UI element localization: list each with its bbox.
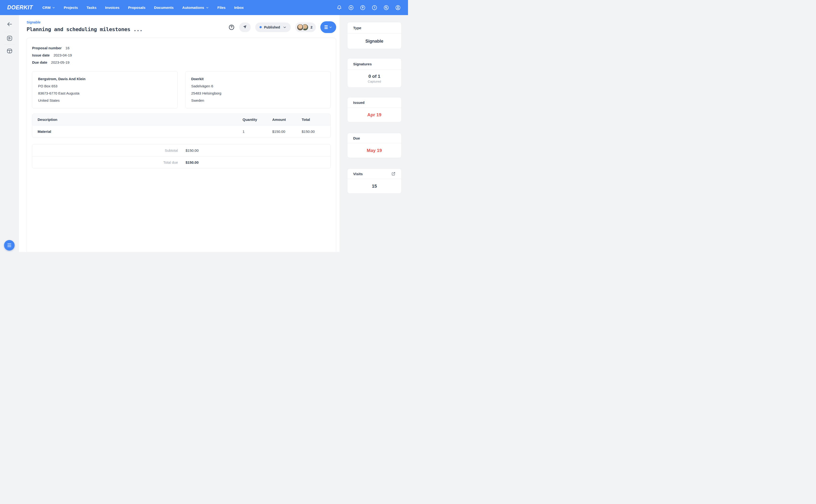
table-header-row: Description Quantity Amount Total xyxy=(32,114,330,125)
subtotal-row: Subtotal $150.00 xyxy=(32,144,330,156)
issued-card-title: Issued xyxy=(353,101,365,105)
due-card: Due May 19 xyxy=(347,133,401,158)
nav-item-crm[interactable]: CRM xyxy=(42,6,55,10)
signatures-value: 0 of 1 xyxy=(368,74,380,79)
meta-due-date: Due date 2023-05-19 xyxy=(32,59,331,66)
breadcrumb-signable-link[interactable]: Signable xyxy=(27,20,142,24)
signatures-sub-label: Captured xyxy=(368,80,381,83)
action-bar: Published 2 xyxy=(228,21,336,33)
signatures-card: Signatures 0 of 1 Captured xyxy=(347,58,401,88)
layout-icon[interactable] xyxy=(6,48,13,54)
top-navbar: DOERKIT CRM Projects Tasks Invoices Prop… xyxy=(0,0,408,15)
issued-card: Issued Apr 19 xyxy=(347,97,401,122)
page-title: Planning and scheduling milestones ... xyxy=(27,26,142,32)
sender-address-card: Doerkit Sadelvägen 6 25483 Helsingborg S… xyxy=(185,71,331,108)
back-arrow-icon[interactable] xyxy=(6,21,13,27)
issued-date: Apr 19 xyxy=(367,112,381,118)
main-content: Signable Planning and scheduling milesto… xyxy=(19,15,339,252)
total-due-row: Total due $150.00 xyxy=(32,156,330,168)
address-line: 25483 Helsingborg xyxy=(191,90,325,97)
hamburger-icon xyxy=(324,25,328,29)
cell-quantity: 1 xyxy=(242,129,272,134)
subtotal-label: Subtotal xyxy=(32,148,178,152)
due-date: May 19 xyxy=(367,148,382,153)
chevron-down-icon xyxy=(283,26,286,29)
visits-card: Visits 15 xyxy=(347,168,401,194)
recipient-address-card: Bergstrom, Davis And Klein PO Box 653 83… xyxy=(32,71,178,108)
plus-circle-icon[interactable] xyxy=(348,5,354,11)
floating-menu-button[interactable] xyxy=(4,240,15,251)
proposal-document-card: Proposal number 16 Issue date 2023-04-19… xyxy=(27,38,336,252)
visits-card-title: Visits xyxy=(353,172,363,176)
sender-name: Doerkit xyxy=(191,75,325,83)
clock-icon[interactable] xyxy=(371,5,377,11)
send-button[interactable] xyxy=(239,22,251,32)
help-circle-icon[interactable] xyxy=(228,24,235,30)
bell-icon[interactable] xyxy=(336,5,342,11)
cell-amount: $150.00 xyxy=(272,129,302,134)
main-nav: CRM Projects Tasks Invoices Proposals Do… xyxy=(42,6,244,10)
nav-icon-group xyxy=(336,5,401,11)
user-circle-icon[interactable] xyxy=(395,5,401,11)
signatures-card-title: Signatures xyxy=(353,62,372,66)
meta-issue-date: Issue date 2023-04-19 xyxy=(32,51,331,59)
chevron-down-icon xyxy=(329,26,332,29)
hamburger-icon xyxy=(7,244,11,247)
avatar-stack xyxy=(297,24,309,31)
address-line: United States xyxy=(38,97,172,104)
type-value: Signable xyxy=(365,39,383,44)
total-due-label: Total due xyxy=(32,160,178,164)
nav-item-tasks[interactable]: Tasks xyxy=(86,6,96,10)
total-due-value: $150.00 xyxy=(185,160,198,164)
cell-total: $150.00 xyxy=(302,129,325,134)
nav-item-inbox[interactable]: Inbox xyxy=(234,6,244,10)
nav-item-projects[interactable]: Projects xyxy=(64,6,78,10)
address-line: Sweden xyxy=(191,97,325,104)
address-line: 83673-6770 East Augusta xyxy=(38,90,172,97)
avatar xyxy=(297,24,304,31)
col-header-total: Total xyxy=(302,118,325,122)
type-card-title: Type xyxy=(353,26,361,30)
pin-circle-icon[interactable] xyxy=(360,5,365,11)
nav-item-invoices[interactable]: Invoices xyxy=(105,6,119,10)
side-panel: Type Signable Signatures 0 of 1 Captured… xyxy=(339,15,408,252)
meta-proposal-number: Proposal number 16 xyxy=(32,44,331,51)
nav-item-proposals[interactable]: Proposals xyxy=(128,6,146,10)
collaborators-button[interactable]: 2 xyxy=(295,22,316,32)
col-header-amount: Amount xyxy=(272,118,302,122)
line-items-table: Description Quantity Amount Total Materi… xyxy=(32,114,331,138)
type-card: Type Signable xyxy=(347,22,401,49)
external-link-icon[interactable] xyxy=(391,172,395,176)
visits-count: 15 xyxy=(372,184,377,189)
search-circle-icon[interactable] xyxy=(383,5,389,11)
chevron-down-icon xyxy=(206,6,209,9)
address-line: Sadelvägen 6 xyxy=(191,83,325,90)
table-row[interactable]: Material 1 $150.00 $150.00 xyxy=(32,125,330,138)
menu-dropdown-button[interactable] xyxy=(320,21,336,33)
status-label: Published xyxy=(264,25,280,29)
due-card-title: Due xyxy=(353,136,360,140)
collaborators-count: 2 xyxy=(310,25,312,29)
address-line: PO Box 653 xyxy=(38,83,172,90)
chevron-down-icon xyxy=(52,6,55,9)
col-header-description: Description xyxy=(38,118,242,122)
left-rail xyxy=(0,15,19,252)
nav-item-files[interactable]: Files xyxy=(217,6,225,10)
totals-card: Subtotal $150.00 Total due $150.00 xyxy=(32,144,331,168)
recipient-name: Bergstrom, Davis And Klein xyxy=(38,75,172,83)
col-header-quantity: Quantity xyxy=(242,118,272,122)
subtotal-value: $150.00 xyxy=(185,148,198,152)
nav-item-automations[interactable]: Automations xyxy=(182,6,209,10)
brand-logo[interactable]: DOERKIT xyxy=(7,4,33,11)
report-icon[interactable] xyxy=(6,35,13,41)
paper-plane-icon xyxy=(242,24,247,30)
nav-item-documents[interactable]: Documents xyxy=(154,6,174,10)
cell-description: Material xyxy=(38,129,242,134)
status-dot xyxy=(259,26,262,28)
status-dropdown[interactable]: Published xyxy=(255,22,291,32)
rail-divider xyxy=(4,32,15,32)
